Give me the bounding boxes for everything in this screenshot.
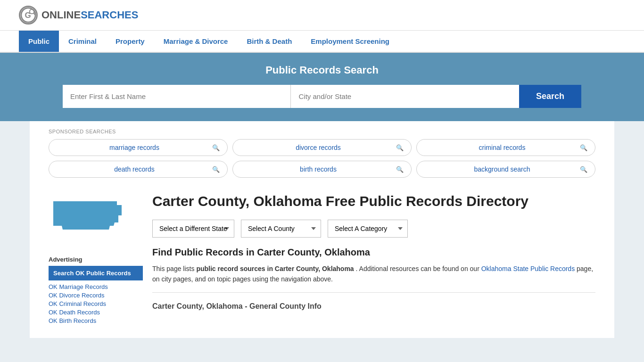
site-header: G ONLINESEARCHES: [0, 0, 644, 31]
logo-text: ONLINESEARCHES: [41, 9, 138, 21]
sponsored-link-criminal[interactable]: criminal records: [424, 144, 580, 151]
name-input[interactable]: [63, 85, 291, 108]
search-icon-death: 🔍: [212, 166, 220, 173]
nav-public[interactable]: Public: [19, 31, 59, 52]
ad-link-divorce[interactable]: OK Divorce Records: [49, 292, 143, 299]
search-icon-marriage: 🔍: [212, 144, 220, 151]
section-divider: [152, 292, 595, 293]
sponsored-item-background[interactable]: background search 🔍: [416, 161, 595, 178]
search-banner-title: Public Records Search: [19, 64, 625, 76]
search-button[interactable]: Search: [519, 85, 581, 108]
advertising-box: Advertising Search OK Public Records OK …: [49, 256, 143, 324]
nav-birth-death[interactable]: Birth & Death: [237, 31, 301, 52]
search-banner: Public Records Search Search: [0, 53, 644, 121]
search-icon-divorce: 🔍: [396, 144, 404, 151]
svg-rect-4: [110, 201, 117, 215]
find-text-part1: This page lists: [152, 265, 196, 272]
ad-highlighted[interactable]: Search OK Public Records: [49, 266, 143, 280]
ad-link-criminal[interactable]: OK Criminal Records: [49, 300, 143, 307]
sponsored-link-marriage[interactable]: marriage records: [57, 144, 212, 151]
sponsored-item-death[interactable]: death records 🔍: [49, 161, 228, 178]
ad-link-death[interactable]: OK Death Records: [49, 309, 143, 316]
category-dropdown[interactable]: Select A Category: [328, 220, 408, 238]
logo-icon: G: [19, 6, 38, 25]
page-title: Carter County, Oklahoma Free Public Reco…: [152, 192, 595, 210]
body-section: Advertising Search OK Public Records OK …: [49, 187, 595, 330]
sponsored-item-criminal[interactable]: criminal records 🔍: [416, 139, 595, 156]
find-text-part2: . Additional resources can be found on o…: [356, 265, 481, 272]
ad-label: Advertising: [49, 256, 143, 263]
sponsored-item-birth[interactable]: birth records 🔍: [232, 161, 412, 178]
sponsored-label: SPONSORED SEARCHES: [49, 129, 595, 134]
dropdown-row: Select a Different State Select A County…: [152, 220, 595, 238]
general-info-title: Carter County, Oklahoma - General County…: [152, 297, 595, 313]
search-icon-background: 🔍: [580, 166, 587, 173]
sponsored-item-marriage[interactable]: marriage records 🔍: [49, 139, 228, 156]
main-nav: Public Criminal Property Marriage & Divo…: [0, 31, 644, 53]
main-content: Carter County, Oklahoma Free Public Reco…: [152, 192, 595, 326]
logo[interactable]: G ONLINESEARCHES: [19, 6, 138, 25]
ok-state-records-link[interactable]: Oklahoma State Public Records: [481, 265, 575, 272]
state-map: [49, 192, 124, 248]
ad-link-marriage[interactable]: OK Marriage Records: [49, 283, 143, 290]
find-text-bold: public record sources in Carter County, …: [196, 265, 354, 272]
sponsored-link-birth[interactable]: birth records: [240, 165, 396, 173]
main-wrapper: SPONSORED SEARCHES marriage records 🔍 di…: [30, 121, 614, 338]
state-dropdown[interactable]: Select a Different State: [152, 220, 234, 238]
sidebar: Advertising Search OK Public Records OK …: [49, 192, 143, 326]
ad-link-birth[interactable]: OK Birth Records: [49, 317, 143, 324]
nav-marriage-divorce[interactable]: Marriage & Divorce: [154, 31, 238, 52]
sponsored-link-background[interactable]: background search: [424, 165, 580, 173]
find-records-title: Find Public Records in Carter County, Ok…: [152, 247, 595, 258]
county-dropdown[interactable]: Select A County: [241, 220, 321, 238]
nav-property[interactable]: Property: [106, 31, 154, 52]
find-records-text: This page lists public record sources in…: [152, 263, 595, 285]
sponsored-link-divorce[interactable]: divorce records: [240, 144, 396, 151]
sponsored-grid: marriage records 🔍 divorce records 🔍 cri…: [49, 139, 595, 178]
search-icon-birth: 🔍: [396, 166, 404, 173]
sponsored-item-divorce[interactable]: divorce records 🔍: [232, 139, 412, 156]
location-input[interactable]: [291, 85, 519, 108]
nav-employment[interactable]: Employment Screening: [301, 31, 399, 52]
content-area: SPONSORED SEARCHES marriage records 🔍 di…: [30, 121, 614, 338]
search-form: Search: [63, 85, 581, 108]
search-icon-criminal: 🔍: [580, 144, 587, 151]
sponsored-link-death[interactable]: death records: [57, 165, 212, 173]
nav-criminal[interactable]: Criminal: [59, 31, 106, 52]
